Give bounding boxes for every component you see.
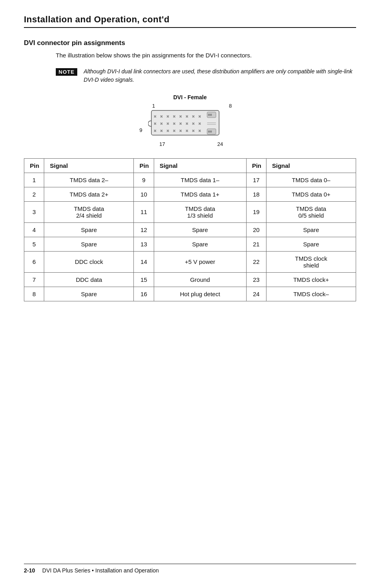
table-row: 1TMDS data 2–9TMDS data 1–17TMDS data 0– [24,173,356,187]
signal-value: Spare [44,237,134,251]
pin-number: 21 [246,237,266,251]
pin-number: 13 [134,237,154,251]
signal-value: TMDS clock+ [266,272,356,287]
svg-text:✕: ✕ [160,129,163,133]
section-heading: DVI connector pin assignments [24,39,356,47]
signal-value: Ground [154,272,246,287]
pin-number: 24 [246,287,266,301]
signal-value: TMDS data2/4 shield [44,201,134,222]
svg-text:✕: ✕ [173,129,176,133]
dvi-diagram: 1 8 9 ✕ ✕ ✕ ✕ ✕ [148,103,232,147]
signal-value: TMDS clock– [266,287,356,301]
svg-text:✕: ✕ [173,122,176,126]
svg-text:✕: ✕ [166,115,169,118]
pin-number: 22 [246,251,266,272]
signal-value: TMDS data1/3 shield [154,201,246,222]
pin-number: 19 [246,201,266,222]
page-header: Installation and Operation, cont'd [24,14,356,28]
signal-value: Spare [266,222,356,237]
col-signal-3: Signal [266,158,356,173]
table-row: 8Spare16Hot plug detect24TMDS clock– [24,287,356,301]
signal-value: DDC clock [44,251,134,272]
dvi-label-top: DVI - Female [173,94,207,100]
svg-text:✕: ✕ [192,129,195,133]
signal-value: TMDS data 2+ [44,187,134,201]
signal-value: TMDS data 0– [266,173,356,187]
table-row: 6DDC clock14+5 V power22TMDS clockshield [24,251,356,272]
svg-text:✕: ✕ [198,115,201,118]
table-row: 5Spare13Spare21Spare [24,237,356,251]
pin-number: 1 [24,173,44,187]
pin-number: 12 [134,222,154,237]
signal-value: TMDS data0/5 shield [266,201,356,222]
svg-text:✕: ✕ [198,129,201,133]
signal-value: TMDS clockshield [266,251,356,272]
page-title: Installation and Operation, cont'd [24,14,170,24]
dvi-diagram-container: DVI - Female 1 8 9 ✕ ✕ [24,94,356,147]
svg-text:⠿⠿: ⠿⠿ [208,114,212,116]
signal-value: +5 V power [154,251,246,272]
svg-text:✕: ✕ [179,115,182,118]
svg-text:✕: ✕ [154,115,157,118]
pin-label-1: 1 [152,103,155,109]
svg-text:✕: ✕ [198,122,201,126]
svg-text:✕: ✕ [186,122,188,126]
pin-number: 17 [246,173,266,187]
svg-text:✕: ✕ [186,115,188,118]
signal-value: Spare [44,287,134,301]
pin-number: 4 [24,222,44,237]
svg-text:✕: ✕ [166,129,169,133]
table-header-row: Pin Signal Pin Signal Pin Signal [24,158,356,173]
pin-table: Pin Signal Pin Signal Pin Signal 1TMDS d… [24,158,356,301]
page-container: Installation and Operation, cont'd DVI c… [0,0,380,588]
signal-value: TMDS data 1– [154,173,246,187]
section-intro: The illustration below shows the pin ass… [56,51,356,60]
svg-text:✕: ✕ [173,115,176,118]
connector-wrapper: 9 ✕ ✕ ✕ ✕ ✕ ✕ ✕ ✕ [148,110,232,140]
svg-text:✕: ✕ [160,122,163,126]
svg-text:✕: ✕ [154,122,157,126]
pin-number: 6 [24,251,44,272]
table-row: 3TMDS data2/4 shield11TMDS data1/3 shiel… [24,201,356,222]
signal-value: Spare [154,222,246,237]
note-container: NOTE Although DVI-I dual link connectors… [56,67,356,85]
svg-text:✕: ✕ [166,122,169,126]
signal-value: Spare [44,222,134,237]
svg-text:✕: ✕ [160,115,163,118]
table-row: 2TMDS data 2+10TMDS data 1+18TMDS data 0… [24,187,356,201]
svg-text:✕: ✕ [154,129,157,133]
pin-number: 2 [24,187,44,201]
signal-value: Hot plug detect [154,287,246,301]
col-pin-3: Pin [246,158,266,173]
svg-text:✕: ✕ [192,122,195,126]
note-badge: NOTE [56,68,77,76]
pin-number: 3 [24,201,44,222]
pin-number: 8 [24,287,44,301]
pin-label-24: 24 [217,141,223,147]
pin-number: 16 [134,287,154,301]
dvi-numbers-top: 1 8 [152,103,232,109]
svg-text:✕: ✕ [186,129,188,133]
pin-number: 10 [134,187,154,201]
col-pin-2: Pin [134,158,154,173]
col-pin-1: Pin [24,158,44,173]
table-row: 4Spare12Spare20Spare [24,222,356,237]
pin-number: 18 [246,187,266,201]
table-row: 7DDC data15Ground23TMDS clock+ [24,272,356,287]
footer-page: 2-10 [24,567,35,574]
footer-title: DVI DA Plus Series • Installation and Op… [42,567,159,574]
signal-value: TMDS data 1+ [154,187,246,201]
pin-number: 15 [134,272,154,287]
svg-text:✕: ✕ [179,122,182,126]
pin-number: 11 [134,201,154,222]
pin-number: 7 [24,272,44,287]
signal-value: Spare [266,237,356,251]
pin-number: 23 [246,272,266,287]
pin-label-8: 8 [229,103,232,109]
pin-number: 5 [24,237,44,251]
signal-value: Spare [154,237,246,251]
signal-value: TMDS data 2– [44,173,134,187]
pin-number: 9 [134,173,154,187]
note-text: Although DVI-I dual link connectors are … [84,67,356,85]
svg-text:✕: ✕ [192,115,195,118]
